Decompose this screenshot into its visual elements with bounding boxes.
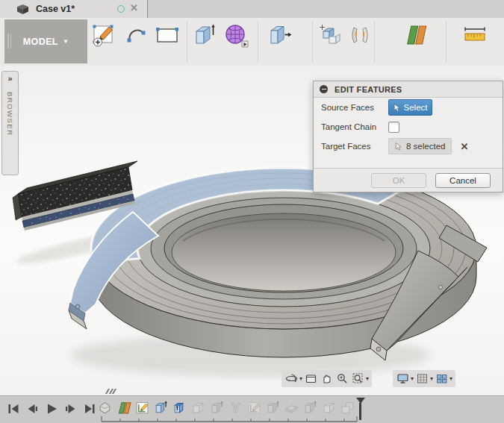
browser-panel-tab[interactable]: » BROWSER (1, 71, 19, 175)
zoom-icon[interactable] (335, 371, 350, 386)
cursor-icon (395, 142, 402, 151)
rectangle-icon[interactable] (153, 22, 181, 48)
construction-plane-icon[interactable] (402, 22, 430, 48)
chevron-down-icon[interactable]: ▾ (299, 375, 302, 382)
orbit-icon[interactable] (284, 371, 299, 386)
timeline-feature-extrude-suppressed[interactable] (209, 400, 225, 416)
dialog-title: EDIT FEATURES (335, 85, 402, 94)
toolbar-separator (446, 21, 447, 63)
pan-icon[interactable] (319, 371, 335, 386)
target-faces-row: Target Faces 8 selected ✕ (314, 137, 503, 156)
look-at-icon[interactable] (303, 371, 319, 386)
ok-button[interactable]: OK (371, 173, 426, 188)
chevron-down-icon[interactable]: ▾ (430, 375, 433, 382)
tangent-chain-row: Tangent Chain (314, 117, 503, 137)
browser-panel-label: BROWSER (6, 92, 14, 137)
source-faces-select-button[interactable]: Select (388, 99, 432, 116)
arc-icon[interactable] (122, 22, 151, 48)
target-faces-label: Target Faces (321, 142, 388, 151)
chevron-down-icon[interactable]: ▾ (366, 375, 369, 382)
chevron-down-icon: ▼ (63, 38, 69, 45)
timeline-bar (0, 395, 504, 423)
toolbar-separator (374, 21, 375, 63)
toolbar-separator (258, 21, 258, 63)
view-nav-bar: ▾ ▾ (281, 370, 372, 387)
timeline-feature-construction-plane[interactable] (116, 400, 131, 416)
step-back-icon[interactable] (25, 401, 40, 416)
timeline-feature-sketch-selected[interactable] (134, 400, 150, 416)
tab-bar: Case v1* ✕ (0, 0, 504, 18)
skip-to-end-icon[interactable] (82, 401, 97, 416)
tangent-chain-checkbox[interactable] (388, 122, 399, 133)
document-cube-icon (16, 4, 29, 15)
toolbar-drag-handle[interactable] (7, 34, 9, 48)
chevron-down-icon[interactable]: ▾ (411, 375, 414, 382)
cursor-icon (393, 103, 401, 113)
cancel-button[interactable]: Cancel (435, 173, 491, 188)
expand-panel-icon[interactable]: » (7, 74, 12, 83)
timeline-feature-extrude[interactable] (172, 400, 187, 416)
timeline-playhead[interactable] (355, 398, 365, 420)
timeline-feature-chamfer-suppressed[interactable] (284, 400, 299, 416)
timeline-feature-extrude[interactable] (153, 400, 169, 416)
timeline-feature-extrude-suppressed[interactable] (265, 400, 281, 416)
clear-selection-icon[interactable]: ✕ (460, 141, 468, 152)
joint-icon[interactable] (346, 22, 374, 48)
toolbar-drag-handle[interactable] (10, 34, 12, 48)
form-icon[interactable] (222, 22, 250, 48)
timeline-feature-extrude-suppressed[interactable] (302, 400, 318, 416)
chevron-down-icon[interactable]: ▾ (449, 375, 452, 382)
grid-display-icon[interactable] (414, 371, 430, 386)
play-icon[interactable] (44, 401, 59, 416)
create-sketch-icon[interactable] (90, 22, 119, 48)
timeline-feature-mirror-suppressed[interactable] (228, 400, 243, 416)
source-faces-label: Source Faces (321, 103, 388, 112)
toolbar: MODEL ▼ SKETCH▼ (0, 18, 504, 66)
target-faces-selection-chip[interactable]: 8 selected (388, 138, 452, 154)
timeline-feature-bracket (100, 416, 363, 423)
tangent-chain-label: Tangent Chain (321, 122, 388, 131)
zoom-window-icon[interactable] (350, 371, 366, 386)
display-bar: ▾ ▾ ▾ (393, 370, 455, 387)
extrude-icon[interactable] (191, 22, 220, 48)
timeline-feature-form[interactable] (97, 400, 113, 416)
source-faces-row: Source Faces Select (314, 98, 503, 117)
step-forward-icon[interactable] (63, 401, 78, 416)
new-component-icon[interactable] (317, 22, 345, 48)
timeline-feature-move-suppressed[interactable] (340, 400, 355, 416)
timeline-feature-sketch-suppressed[interactable] (246, 400, 262, 416)
workspace-label: MODEL (23, 37, 58, 47)
workspace-selector[interactable]: MODEL ▼ (4, 19, 87, 63)
measure-icon[interactable] (461, 22, 489, 48)
dialog-header[interactable]: EDIT FEATURES (314, 81, 503, 98)
toolbar-separator (312, 21, 313, 63)
dialog-footer: OK Cancel (314, 168, 503, 192)
display-settings-icon[interactable] (395, 371, 411, 386)
timeline-feature-extrude-suppressed[interactable] (190, 400, 206, 416)
dialog-grip-icon[interactable] (320, 85, 328, 93)
close-icon[interactable]: ✕ (130, 2, 138, 13)
viewports-icon[interactable] (434, 371, 449, 386)
press-pull-icon[interactable] (266, 22, 294, 48)
document-tab[interactable]: Case v1* ✕ (0, 0, 148, 18)
timeline-feature-box-suppressed[interactable] (321, 400, 337, 416)
unsaved-indicator-icon (117, 5, 125, 13)
document-title: Case v1* (36, 4, 75, 14)
edit-features-dialog: EDIT FEATURES Source Faces Select Tangen… (313, 81, 503, 192)
timeline-hatch-marks (107, 389, 115, 394)
toolbar-separator (187, 21, 187, 63)
skip-to-start-icon[interactable] (6, 401, 21, 416)
